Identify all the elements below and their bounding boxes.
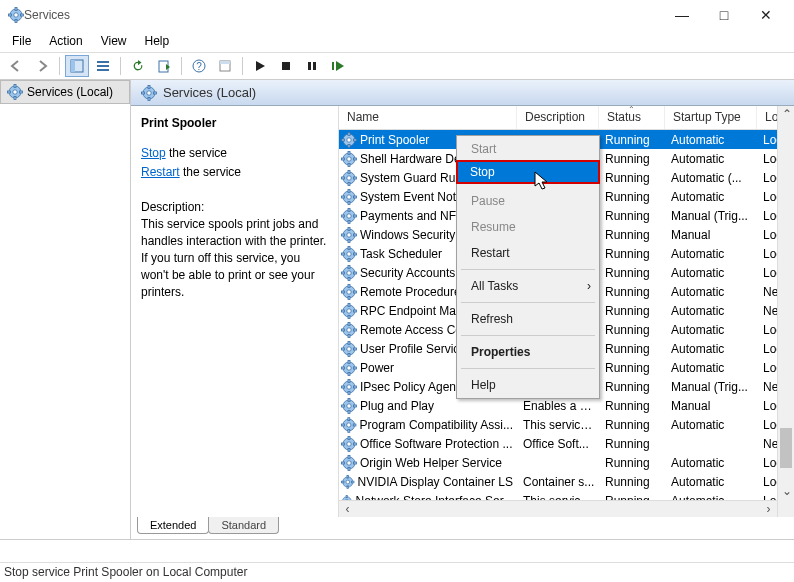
gear-icon (341, 322, 357, 338)
forward-button[interactable] (30, 55, 54, 77)
service-name: Power (360, 361, 394, 375)
maximize-button[interactable]: □ (704, 7, 744, 23)
back-button[interactable] (4, 55, 28, 77)
start-service-button[interactable] (248, 55, 272, 77)
service-name: Plug and Play (360, 399, 434, 413)
gear-icon (341, 436, 357, 452)
service-name: Payments and NFC (360, 209, 465, 223)
gear-icon (341, 360, 357, 376)
service-status: Running (599, 456, 665, 470)
service-name: Shell Hardware De (360, 152, 461, 166)
service-name: RPC Endpoint Map (360, 304, 463, 318)
ctx-resume: Resume (457, 214, 599, 240)
svg-rect-7 (71, 60, 75, 72)
vertical-scrollbar[interactable]: ⌃ ⌄ (777, 106, 794, 517)
service-desc: Container s... (517, 475, 599, 489)
gear-icon (341, 398, 357, 414)
ctx-start: Start (457, 136, 599, 162)
gear-icon (141, 85, 157, 101)
ctx-stop[interactable]: Stop (456, 160, 600, 184)
menu-help[interactable]: Help (137, 32, 178, 50)
service-name: Security Accounts (360, 266, 455, 280)
scroll-up-icon[interactable]: ⌃ (778, 106, 794, 123)
service-row[interactable]: Origin Web Helper ServiceRunningAutomati… (339, 453, 794, 472)
service-status: Running (599, 266, 665, 280)
gear-icon (341, 151, 357, 167)
gear-icon (341, 417, 357, 433)
service-startup: Automatic (665, 304, 757, 318)
service-startup: Automatic (665, 247, 757, 261)
gear-icon (341, 227, 357, 243)
horizontal-scrollbar[interactable]: ‹ › (339, 500, 777, 517)
tab-extended[interactable]: Extended (137, 517, 209, 534)
col-name[interactable]: Name (339, 106, 517, 129)
close-button[interactable]: ✕ (746, 7, 786, 23)
gear-icon (341, 474, 355, 490)
gear-icon (341, 208, 357, 224)
service-status: Running (599, 437, 665, 451)
ctx-all-tasks[interactable]: All Tasks (457, 273, 599, 299)
ctx-help[interactable]: Help (457, 372, 599, 398)
gear-icon (341, 132, 357, 148)
service-status: Running (599, 152, 665, 166)
service-name: IPsec Policy Agent (360, 380, 459, 394)
minimize-button[interactable]: — (662, 7, 702, 23)
export-button[interactable] (152, 55, 176, 77)
tab-standard[interactable]: Standard (208, 517, 279, 534)
properties-button[interactable] (213, 55, 237, 77)
pause-service-button[interactable] (300, 55, 324, 77)
service-row[interactable]: Program Compatibility Assi...This servic… (339, 415, 794, 434)
service-startup: Automatic (665, 456, 757, 470)
scroll-left-icon[interactable]: ‹ (339, 502, 356, 516)
ctx-refresh[interactable]: Refresh (457, 306, 599, 332)
scroll-thumb[interactable] (780, 428, 792, 468)
menu-file[interactable]: File (4, 32, 39, 50)
help-button[interactable]: ? (187, 55, 211, 77)
service-name: Print Spooler (360, 133, 429, 147)
svg-rect-15 (220, 61, 230, 64)
col-startup[interactable]: Startup Type (665, 106, 757, 129)
service-startup: Automatic (665, 190, 757, 204)
scroll-right-icon[interactable]: › (760, 502, 777, 516)
window-title: Services (24, 8, 662, 22)
col-status[interactable]: ⌃Status (599, 106, 665, 129)
service-row[interactable]: NVIDIA Display Container LSContainer s..… (339, 472, 794, 491)
tree-node-label: Services (Local) (27, 85, 113, 99)
service-startup: Automatic (665, 152, 757, 166)
gear-icon (341, 379, 357, 395)
service-status: Running (599, 285, 665, 299)
service-status: Running (599, 342, 665, 356)
service-status: Running (599, 361, 665, 375)
stop-service-button[interactable] (274, 55, 298, 77)
service-startup: Manual (Trig... (665, 380, 757, 394)
ctx-restart[interactable]: Restart (457, 240, 599, 266)
service-row[interactable]: Office Software Protection ...Office Sof… (339, 434, 794, 453)
service-desc: Office Soft... (517, 437, 599, 451)
gear-icon (341, 189, 357, 205)
service-desc: This service ... (517, 418, 599, 432)
gear-icon (341, 265, 357, 281)
menu-action[interactable]: Action (41, 32, 90, 50)
col-description[interactable]: Description (517, 106, 599, 129)
service-status: Running (599, 190, 665, 204)
stop-link[interactable]: Stop (141, 146, 166, 160)
detail-pane: Print Spooler Stop the service Restart t… (131, 106, 339, 517)
scroll-down-icon[interactable]: ⌄ (778, 483, 794, 500)
show-hide-tree-button[interactable] (65, 55, 89, 77)
restart-link[interactable]: Restart (141, 165, 180, 179)
ctx-properties[interactable]: Properties (457, 339, 599, 365)
refresh-button[interactable] (126, 55, 150, 77)
status-bar: Stop service Print Spooler on Local Comp… (0, 562, 794, 582)
details-button[interactable] (91, 55, 115, 77)
service-startup: Automatic (665, 266, 757, 280)
description-text: This service spools print jobs and handl… (141, 216, 328, 300)
menu-view[interactable]: View (93, 32, 135, 50)
tree-node-services-local[interactable]: Services (Local) (0, 80, 130, 104)
svg-rect-10 (97, 69, 109, 71)
service-desc: Enables a c... (517, 399, 599, 413)
service-startup: Automatic (665, 475, 757, 489)
selected-service-name: Print Spooler (141, 116, 328, 130)
svg-rect-17 (308, 62, 311, 70)
restart-service-button[interactable] (326, 55, 350, 77)
service-startup: Automatic (665, 323, 757, 337)
